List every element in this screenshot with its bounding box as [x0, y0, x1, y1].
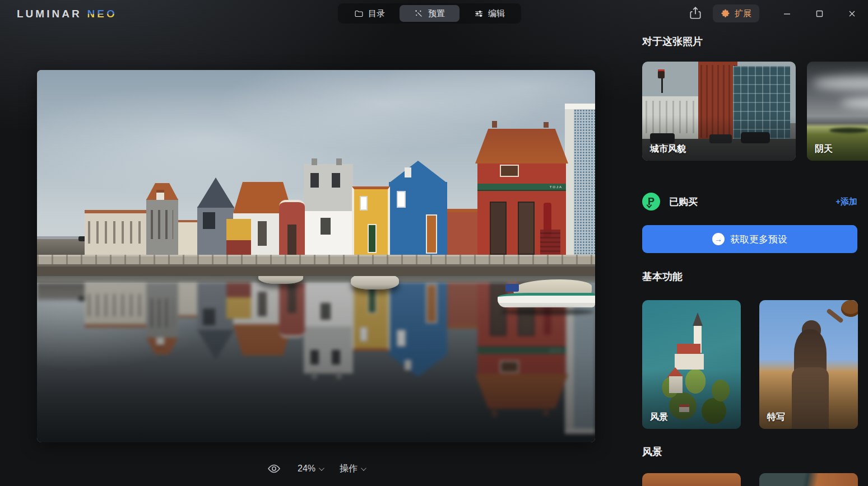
chevron-down-icon — [361, 465, 366, 471]
get-more-presets-button[interactable]: → 获取更多预设 — [642, 225, 857, 253]
purchased-pack-icon: P — [642, 193, 660, 211]
moored-boat-small-2 — [351, 276, 399, 289]
eye-icon — [267, 464, 281, 474]
tab-presets[interactable]: 预置 — [400, 5, 459, 22]
logo-luminar: LUMINAR — [17, 8, 82, 20]
preset-thumb-city[interactable]: 城市风貌 — [642, 62, 796, 161]
preset-thumb-cloudy[interactable]: 阴天 — [807, 62, 868, 161]
preset-thumb-closeup-label: 特写 — [767, 412, 785, 423]
preset-thumb-partial-2[interactable] — [759, 473, 858, 486]
preset-thumb-cloudy-label: 阴天 — [815, 143, 833, 155]
actions-dropdown[interactable]: 操作 — [340, 463, 365, 475]
extensions-label: 扩展 — [735, 8, 751, 19]
chevron-down-icon — [319, 465, 324, 471]
mode-tab-group: 目录 预置 编辑 — [338, 3, 521, 24]
maximize-button[interactable] — [814, 8, 825, 19]
top-bar: LUMINAR NEO 目录 预置 编辑 扩展 — [0, 0, 868, 27]
purchased-label: 已购买 — [669, 195, 698, 208]
preset-thumb-closeup[interactable]: 特写 — [759, 300, 858, 429]
photo-canvas[interactable]: TOJA — [37, 70, 595, 442]
magic-wand-icon — [414, 9, 424, 18]
share-button[interactable] — [688, 6, 704, 21]
maximize-icon — [815, 10, 824, 18]
moored-boat-large — [498, 279, 595, 313]
puzzle-icon — [721, 9, 730, 18]
tab-edit[interactable]: 编辑 — [459, 5, 519, 22]
actions-label: 操作 — [340, 463, 358, 475]
section-for-this-photo: 对于这张照片 — [642, 35, 703, 48]
app-logo: LUMINAR NEO — [17, 8, 117, 20]
extensions-button[interactable]: 扩展 — [713, 4, 759, 22]
houses-row: TOJA — [37, 70, 595, 255]
minimize-button[interactable] — [781, 8, 792, 19]
zoom-level-value: 24% — [298, 464, 315, 474]
arrow-right-circle-icon: → — [712, 233, 725, 245]
tab-edit-label: 编辑 — [488, 8, 505, 19]
close-button[interactable] — [846, 8, 857, 19]
tab-catalog-label: 目录 — [368, 8, 385, 19]
close-icon — [848, 10, 856, 18]
section-landscape: 风景 — [642, 445, 662, 459]
preset-thumb-partial-1[interactable] — [642, 473, 741, 486]
add-presets-link[interactable]: +添加 — [835, 197, 857, 207]
get-more-presets-label: 获取更多预设 — [730, 233, 787, 246]
canal-water: TOJA — [37, 276, 595, 442]
viewer-toolbar: 24% 操作 — [37, 459, 595, 478]
tab-presets-label: 预置 — [428, 8, 445, 19]
tab-catalog[interactable]: 目录 — [340, 5, 400, 22]
preset-thumb-city-label: 城市风貌 — [650, 143, 686, 155]
preset-thumb-landscape-label: 风景 — [650, 412, 668, 423]
compare-eye-button[interactable] — [267, 464, 281, 474]
section-basic: 基本功能 — [642, 270, 683, 283]
share-icon — [688, 6, 703, 20]
minimize-icon — [783, 10, 791, 18]
canal-wall — [37, 255, 595, 276]
folder-icon — [354, 9, 364, 18]
preset-thumb-landscape[interactable]: 风景 — [642, 300, 741, 429]
sliders-icon — [474, 9, 484, 18]
purchased-row: P 已购买 +添加 — [642, 191, 857, 212]
logo-neo: NEO — [87, 8, 117, 20]
awning-text: TOJA — [477, 184, 566, 191]
zoom-level-dropdown[interactable]: 24% — [298, 464, 323, 474]
